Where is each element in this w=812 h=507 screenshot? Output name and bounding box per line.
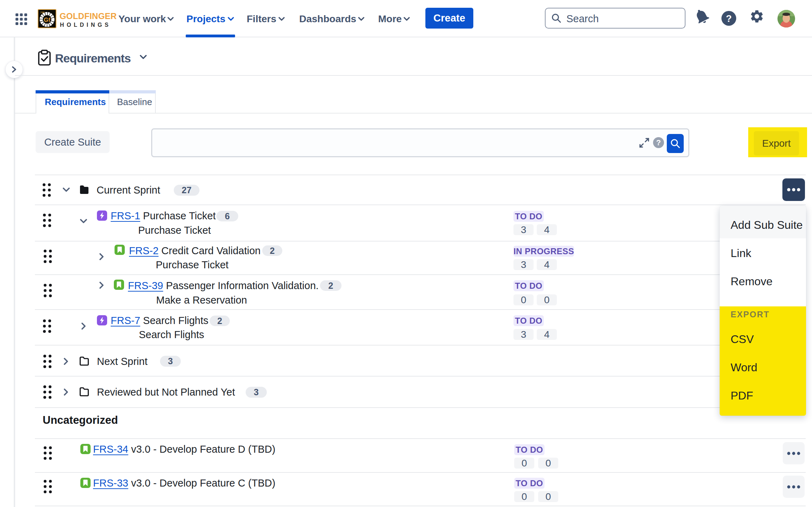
svg-text:Gf: Gf bbox=[44, 17, 50, 23]
svg-text:?: ? bbox=[726, 13, 732, 24]
